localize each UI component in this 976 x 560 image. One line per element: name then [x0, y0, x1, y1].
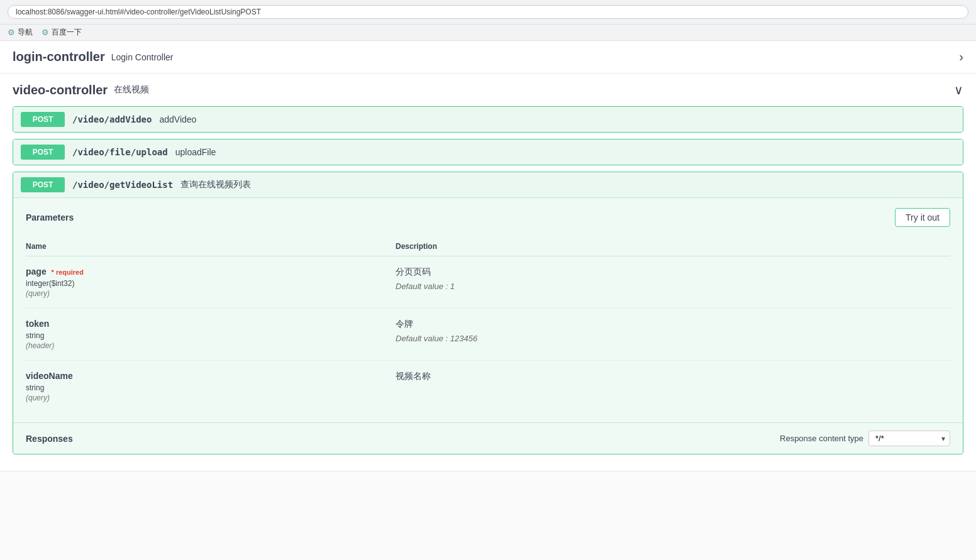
- parameters-section-header: Parameters Try it out: [26, 208, 950, 227]
- param-row-video-name: videoName string (query) 视频名称: [26, 361, 950, 413]
- param-page-name: page: [26, 266, 47, 277]
- responses-section: Responses Response content type */* appl…: [13, 422, 963, 454]
- bookmark-nav-label: 导航: [18, 27, 33, 38]
- params-table-header: Name Description: [26, 237, 950, 256]
- video-controller-title: video-controller 在线视频: [13, 83, 149, 97]
- login-controller-title: login-controller Login Controller: [13, 50, 174, 64]
- login-controller-desc: Login Controller: [111, 52, 174, 62]
- endpoint-path-get-video-list: /video/getVideoList: [72, 180, 173, 190]
- param-page-name-cell: page * required integer($int32) (query): [26, 256, 396, 309]
- param-page-default: Default value : 1: [396, 282, 950, 291]
- login-controller-name: login-controller: [13, 50, 105, 64]
- login-controller-chevron: ›: [959, 50, 963, 64]
- video-controller-header[interactable]: video-controller 在线视频 ∨: [0, 74, 976, 106]
- endpoint-path-upload-file: /video/file/upload: [72, 147, 168, 157]
- endpoint-body-get-video-list: Parameters Try it out Name Description: [13, 197, 963, 454]
- param-token-default-value: 123456: [450, 334, 477, 343]
- browser-chrome: localhost:8086/swagger-ui.html#/video-co…: [0, 0, 976, 25]
- endpoint-operation-add-video: addVideo: [159, 114, 196, 124]
- endpoint-upload-file-summary[interactable]: POST /video/file/upload uploadFile: [13, 140, 963, 165]
- param-page-description: 分页页码: [396, 266, 950, 278]
- video-controller-desc: 在线视频: [114, 84, 149, 96]
- responses-title: Responses: [26, 434, 73, 444]
- endpoint-path-add-video: /video/addVideo: [72, 114, 152, 124]
- login-controller-section: login-controller Login Controller ›: [0, 41, 976, 74]
- param-page-required-label: required: [56, 268, 84, 276]
- param-token-default-label: Default value: [396, 334, 443, 343]
- param-page-location: (query): [26, 289, 396, 298]
- param-page-name-wrapper: page * required: [26, 266, 396, 277]
- endpoints-list: POST /video/addVideo addVideo POST /vide…: [0, 106, 976, 471]
- parameters-section: Parameters Try it out Name Description: [13, 198, 963, 422]
- response-content-type-select[interactable]: */* application/json text/plain: [868, 431, 950, 446]
- param-token-name: token: [26, 319, 49, 329]
- video-controller-section: video-controller 在线视频 ∨ POST /video/addV…: [0, 74, 976, 471]
- page-content: login-controller Login Controller › vide…: [0, 41, 976, 471]
- endpoint-add-video-summary[interactable]: POST /video/addVideo addVideo: [13, 107, 963, 132]
- param-video-name-description: 视频名称: [396, 371, 950, 382]
- bookmarks-bar: ⚙ 导航 ⚙ 百度一下: [0, 25, 976, 41]
- param-page-asterisk: *: [52, 268, 56, 276]
- bookmark-baidu-label: 百度一下: [52, 27, 82, 38]
- response-content-type-select-wrapper: */* application/json text/plain: [868, 431, 950, 446]
- bookmark-baidu[interactable]: ⚙ 百度一下: [42, 27, 82, 38]
- nav-icon: ⚙: [8, 28, 15, 37]
- param-video-name-desc-cell: 视频名称: [396, 361, 950, 413]
- param-page-type: integer($int32): [26, 279, 396, 288]
- param-row-page: page * required integer($int32) (query): [26, 256, 950, 309]
- endpoint-upload-file: POST /video/file/upload uploadFile: [13, 139, 963, 165]
- parameters-table: Name Description page: [26, 237, 950, 412]
- param-token-type: string: [26, 331, 396, 340]
- bookmark-nav[interactable]: ⚙ 导航: [8, 27, 33, 38]
- video-controller-name: video-controller: [13, 83, 108, 97]
- param-video-name-name: videoName: [26, 371, 73, 381]
- method-badge-get-video-list: POST: [21, 177, 65, 192]
- endpoint-get-video-list-summary[interactable]: POST /video/getVideoList 查询在线视频列表: [13, 172, 963, 197]
- endpoint-get-video-list: POST /video/getVideoList 查询在线视频列表 Parame…: [13, 172, 963, 454]
- login-controller-header[interactable]: login-controller Login Controller ›: [0, 41, 976, 73]
- endpoint-add-video: POST /video/addVideo addVideo: [13, 106, 963, 133]
- param-video-name-location: (query): [26, 393, 396, 402]
- response-content-type-wrapper: Response content type */* application/js…: [780, 431, 950, 446]
- description-column-header: Description: [396, 237, 950, 256]
- param-video-name-name-wrapper: videoName: [26, 371, 396, 381]
- param-video-name-name-cell: videoName string (query): [26, 361, 396, 413]
- param-token-name-wrapper: token: [26, 319, 396, 329]
- param-row-token: token string (header) 令牌 Default value: [26, 309, 950, 361]
- method-badge-upload-file: POST: [21, 145, 65, 160]
- param-token-description: 令牌: [396, 319, 950, 330]
- endpoint-operation-upload-file: uploadFile: [175, 147, 216, 157]
- browser-url[interactable]: localhost:8086/swagger-ui.html#/video-co…: [8, 5, 968, 19]
- parameters-section-title: Parameters: [26, 212, 74, 222]
- param-token-location: (header): [26, 341, 396, 350]
- param-page-desc-cell: 分页页码 Default value : 1: [396, 256, 950, 309]
- param-page-default-label: Default value: [396, 282, 443, 291]
- param-token-desc-cell: 令牌 Default value : 123456: [396, 309, 950, 361]
- video-controller-chevron: ∨: [954, 82, 963, 97]
- try-it-out-button[interactable]: Try it out: [895, 208, 950, 227]
- param-token-default: Default value : 123456: [396, 334, 950, 343]
- param-token-name-cell: token string (header): [26, 309, 396, 361]
- baidu-icon: ⚙: [42, 28, 49, 37]
- method-badge-add-video: POST: [21, 112, 65, 127]
- param-page-default-value: 1: [450, 282, 455, 291]
- name-column-header: Name: [26, 237, 396, 256]
- endpoint-operation-get-video-list: 查询在线视频列表: [180, 179, 251, 190]
- response-content-type-label: Response content type: [780, 434, 863, 443]
- param-video-name-type: string: [26, 383, 396, 392]
